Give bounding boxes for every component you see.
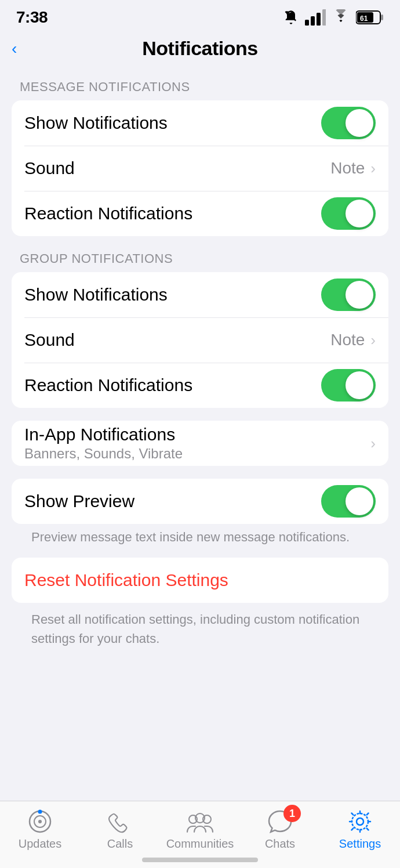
inapp-notifications-sublabel: Banners, Sounds, Vibrate bbox=[24, 446, 183, 462]
grp-show-notifications-toggle[interactable] bbox=[321, 279, 376, 311]
communities-icon bbox=[185, 808, 215, 835]
status-bar: 7:38 61 bbox=[0, 0, 400, 31]
tab-updates[interactable]: Updates bbox=[0, 808, 80, 851]
msg-reaction-row: Reaction Notifications bbox=[12, 191, 388, 236]
tab-updates-label: Updates bbox=[19, 837, 62, 851]
status-time: 7:38 bbox=[16, 8, 48, 27]
tab-settings[interactable]: Settings bbox=[320, 808, 400, 851]
show-preview-helper: Preview message text inside new message … bbox=[12, 524, 388, 545]
msg-sound-label: Sound bbox=[24, 158, 75, 178]
chats-badge: 1 bbox=[283, 805, 301, 822]
svg-rect-0 bbox=[305, 20, 309, 26]
inapp-notifications-row[interactable]: In-App Notifications Banners, Sounds, Vi… bbox=[12, 421, 388, 466]
msg-sound-chevron-icon: › bbox=[370, 160, 376, 178]
group-notifications-section: GROUP NOTIFICATIONS Show Notifications S… bbox=[12, 241, 388, 408]
inapp-notifications-section: In-App Notifications Banners, Sounds, Vi… bbox=[12, 421, 388, 466]
grp-show-notifications-knob bbox=[346, 281, 373, 309]
show-preview-section: Show Preview Preview message text inside… bbox=[12, 479, 388, 545]
message-notifications-card: Show Notifications Sound Note › Reaction… bbox=[12, 100, 388, 236]
grp-show-notifications-row: Show Notifications bbox=[12, 272, 388, 317]
signal-icon bbox=[305, 9, 326, 26]
svg-rect-1 bbox=[311, 16, 315, 26]
grp-sound-label: Sound bbox=[24, 330, 75, 350]
page-title: Notifications bbox=[142, 37, 257, 60]
msg-sound-value: Note bbox=[330, 159, 365, 178]
msg-show-notifications-toggle[interactable] bbox=[321, 107, 376, 139]
back-button[interactable]: ‹ bbox=[12, 39, 17, 58]
svg-rect-6 bbox=[381, 15, 383, 20]
grp-reaction-label: Reaction Notifications bbox=[24, 375, 192, 395]
bell-muted-icon bbox=[283, 9, 299, 26]
updates-icon bbox=[25, 808, 55, 835]
tab-settings-label: Settings bbox=[339, 837, 381, 851]
battery-icon: 61 bbox=[356, 10, 384, 25]
message-notifications-label: MESSAGE NOTIFICATIONS bbox=[12, 69, 388, 100]
svg-rect-2 bbox=[317, 13, 321, 26]
tab-chats-label: Chats bbox=[265, 837, 295, 851]
grp-sound-chevron-icon: › bbox=[370, 331, 376, 349]
svg-text:61: 61 bbox=[360, 15, 368, 23]
svg-point-15 bbox=[357, 818, 363, 825]
wifi-icon bbox=[332, 9, 350, 26]
show-preview-knob bbox=[346, 487, 373, 515]
grp-sound-right: Note › bbox=[330, 331, 376, 349]
msg-sound-row[interactable]: Sound Note › bbox=[12, 146, 388, 191]
svg-rect-3 bbox=[322, 9, 326, 26]
reset-row[interactable]: Reset Notification Settings bbox=[12, 558, 388, 603]
settings-icon bbox=[345, 808, 375, 835]
svg-point-16 bbox=[352, 813, 368, 830]
inapp-notifications-label: In-App Notifications bbox=[24, 425, 183, 444]
grp-reaction-toggle[interactable] bbox=[321, 369, 376, 402]
calls-icon bbox=[105, 808, 135, 835]
grp-reaction-knob bbox=[346, 371, 373, 399]
inapp-notifications-text: In-App Notifications Banners, Sounds, Vi… bbox=[24, 425, 183, 462]
show-preview-label: Show Preview bbox=[24, 491, 134, 511]
group-notifications-card: Show Notifications Sound Note › Reaction… bbox=[12, 272, 388, 408]
reset-section: Reset Notification Settings Reset all no… bbox=[12, 558, 388, 648]
show-preview-card: Show Preview bbox=[12, 479, 388, 524]
tab-calls-label: Calls bbox=[107, 837, 133, 851]
message-notifications-section: MESSAGE NOTIFICATIONS Show Notifications… bbox=[12, 69, 388, 236]
status-icons: 61 bbox=[283, 9, 384, 26]
tab-calls[interactable]: Calls bbox=[80, 808, 160, 851]
msg-sound-right: Note › bbox=[330, 159, 376, 178]
inapp-chevron-icon: › bbox=[370, 435, 376, 453]
home-indicator bbox=[142, 858, 258, 862]
msg-reaction-knob bbox=[346, 200, 373, 227]
header: ‹ Notifications bbox=[0, 31, 400, 69]
msg-reaction-toggle[interactable] bbox=[321, 197, 376, 230]
msg-show-notifications-knob bbox=[346, 109, 373, 137]
msg-show-notifications-label: Show Notifications bbox=[24, 113, 168, 133]
svg-point-10 bbox=[38, 820, 42, 823]
tab-communities-label: Communities bbox=[166, 837, 234, 851]
grp-reaction-row: Reaction Notifications bbox=[12, 363, 388, 408]
inapp-notifications-card: In-App Notifications Banners, Sounds, Vi… bbox=[12, 421, 388, 466]
reset-label: Reset Notification Settings bbox=[24, 570, 228, 590]
svg-point-11 bbox=[38, 810, 42, 814]
grp-sound-row[interactable]: Sound Note › bbox=[12, 317, 388, 363]
msg-show-notifications-row: Show Notifications bbox=[12, 100, 388, 146]
reset-card: Reset Notification Settings bbox=[12, 558, 388, 603]
show-preview-row: Show Preview bbox=[12, 479, 388, 524]
chats-icon-wrap: 1 bbox=[265, 808, 295, 835]
tab-chats[interactable]: 1 Chats bbox=[240, 808, 320, 851]
msg-reaction-label: Reaction Notifications bbox=[24, 204, 192, 223]
group-notifications-label: GROUP NOTIFICATIONS bbox=[12, 241, 388, 272]
grp-sound-value: Note bbox=[330, 331, 365, 349]
grp-show-notifications-label: Show Notifications bbox=[24, 285, 168, 305]
show-preview-toggle[interactable] bbox=[321, 485, 376, 518]
tab-communities[interactable]: Communities bbox=[160, 808, 240, 851]
reset-description: Reset all notification settings, includi… bbox=[12, 603, 388, 648]
